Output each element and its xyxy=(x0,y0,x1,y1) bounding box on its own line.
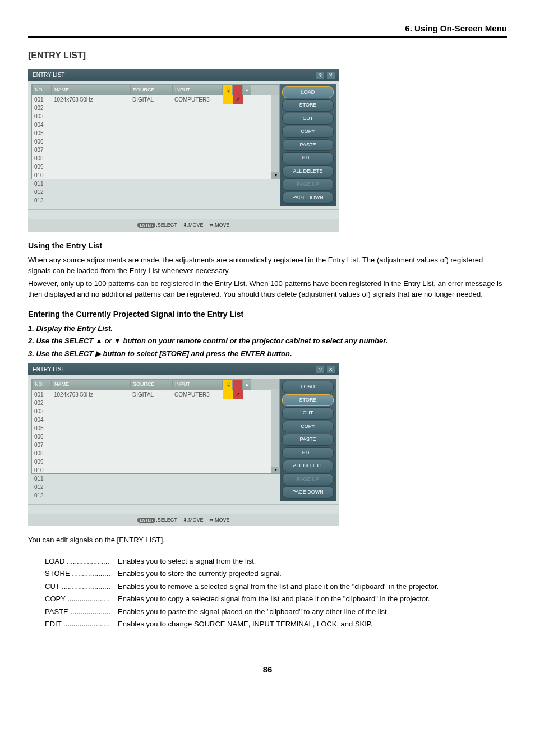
col-input: INPUT xyxy=(172,85,223,96)
table-header: NO. NAME SOURCE INPUT 🔒 ▴ xyxy=(32,379,279,390)
store-button[interactable]: STORE xyxy=(282,394,334,407)
body-text: When any source adjustments are made, th… xyxy=(28,255,507,276)
table-row[interactable]: 013 xyxy=(32,196,279,205)
col-no: NO. xyxy=(32,85,52,96)
col-name: NAME xyxy=(52,85,130,96)
entry-list-table: NO. NAME SOURCE INPUT 🔒 ▴ 001 1024x768 5… xyxy=(31,84,280,179)
table-row[interactable]: 011 xyxy=(32,179,279,188)
window-title: ENTRY LIST xyxy=(33,71,64,79)
titlebar-icons: ? ✕ xyxy=(315,365,335,374)
window-titlebar: ENTRY LIST ? ✕ xyxy=(28,69,339,81)
definition-row: PASTE .................... Enables you t… xyxy=(45,606,507,617)
body-text: However, only up to 100 patterns can be … xyxy=(28,278,507,300)
table-row[interactable]: 006 xyxy=(32,137,279,146)
table-row[interactable]: 010 xyxy=(32,466,279,474)
table-row[interactable]: 003 xyxy=(32,112,279,121)
table-row[interactable]: 009 xyxy=(32,163,279,171)
load-button[interactable]: LOAD xyxy=(282,86,334,99)
button-panel: LOAD STORE CUT COPY PASTE EDIT ALL DELET… xyxy=(280,379,336,501)
copy-button[interactable]: COPY xyxy=(282,126,334,138)
col-name: NAME xyxy=(52,379,130,390)
enter-key-label: ENTER xyxy=(137,518,155,523)
help-icon[interactable]: ? xyxy=(316,72,324,79)
window-title: ENTRY LIST xyxy=(33,365,64,374)
table-row[interactable]: 001 1024x768 50Hz DIGITAL COMPUTER3 ✓ xyxy=(32,390,279,399)
step-1: 1. Display the Entry List. xyxy=(28,323,507,334)
table-row[interactable]: 013 xyxy=(32,491,279,500)
page-down-button[interactable]: PAGE DOWN xyxy=(282,192,334,204)
table-row[interactable]: 006 xyxy=(32,432,279,441)
page-down-button[interactable]: PAGE DOWN xyxy=(282,486,334,499)
page-up-button[interactable]: PAGE UP xyxy=(282,178,334,191)
table-row[interactable]: 005 xyxy=(32,424,279,432)
cut-button[interactable]: CUT xyxy=(282,407,334,420)
store-button[interactable]: STORE xyxy=(282,99,334,112)
paste-button[interactable]: PASTE xyxy=(282,139,334,151)
lock-icon: 🔒 xyxy=(223,379,233,390)
table-row[interactable]: 012 xyxy=(32,483,279,491)
subsection-title: Using the Entry List xyxy=(28,240,507,252)
window-statusbar: ENTER:SELECT ⬍:MOVE ⬌:MOVE xyxy=(28,219,339,232)
help-icon[interactable]: ? xyxy=(316,366,324,373)
scrollbar[interactable]: ▾ xyxy=(271,95,279,179)
window-titlebar: ENTRY LIST ? ✕ xyxy=(28,363,339,375)
all-delete-button[interactable]: ALL DELETE xyxy=(282,460,334,472)
updown-icon: ⬍ xyxy=(183,517,187,523)
table-row[interactable]: 008 xyxy=(32,154,279,163)
scroll-up-icon[interactable]: ▴ xyxy=(243,85,251,96)
close-icon[interactable]: ✕ xyxy=(327,366,335,373)
lock-icon: 🔒 xyxy=(223,85,233,96)
table-row[interactable]: 003 xyxy=(32,407,279,416)
chapter-header: 6. Using On-Screen Menu xyxy=(28,22,507,38)
skip-icon xyxy=(233,379,243,390)
scrollbar[interactable]: ▾ xyxy=(271,389,279,473)
close-icon[interactable]: ✕ xyxy=(327,72,335,79)
scroll-up-icon[interactable]: ▴ xyxy=(243,379,251,390)
definition-row: STORE ................... Enables you to… xyxy=(45,568,507,579)
paste-button[interactable]: PASTE xyxy=(282,434,334,446)
table-row[interactable]: 010 xyxy=(32,171,279,179)
definition-row: CUT ........................ Enables you… xyxy=(45,581,507,592)
table-row[interactable]: 011 xyxy=(32,474,279,483)
table-row[interactable]: 008 xyxy=(32,449,279,458)
col-source: SOURCE xyxy=(130,379,172,390)
cut-button[interactable]: CUT xyxy=(282,113,334,125)
step-3: 3. Use the SELECT ▶ button to select [ST… xyxy=(28,348,507,359)
table-row[interactable]: 001 1024x768 50Hz DIGITAL COMPUTER3 ✓ xyxy=(32,95,279,104)
scroll-down-icon[interactable]: ▾ xyxy=(271,467,280,473)
step-2: 2. Use the SELECT ▲ or ▼ button on your … xyxy=(28,335,507,347)
section-title: [ENTRY LIST] xyxy=(28,49,507,62)
page-up-button[interactable]: PAGE UP xyxy=(282,473,334,486)
window-statusbar: ENTER:SELECT ⬍:MOVE ⬌:MOVE xyxy=(28,514,339,527)
enter-key-label: ENTER xyxy=(137,223,155,228)
definition-row: COPY ..................... Enables you t… xyxy=(45,593,507,605)
edit-button[interactable]: EDIT xyxy=(282,447,334,459)
table-row[interactable]: 007 xyxy=(32,146,279,154)
body-text: You can edit signals on the [ENTRY LIST]… xyxy=(28,534,507,546)
table-row[interactable]: 002 xyxy=(32,104,279,112)
table-row[interactable]: 002 xyxy=(32,399,279,407)
table-row[interactable]: 005 xyxy=(32,129,279,137)
leftright-icon: ⬌ xyxy=(209,222,214,228)
copy-button[interactable]: COPY xyxy=(282,421,334,433)
table-row[interactable]: 007 xyxy=(32,441,279,449)
all-delete-button[interactable]: ALL DELETE xyxy=(282,165,334,178)
entry-list-table: NO. NAME SOURCE INPUT 🔒 ▴ 001 1024x768 5… xyxy=(31,379,280,474)
table-header: NO. NAME SOURCE INPUT 🔒 ▴ xyxy=(32,85,279,96)
col-input: INPUT xyxy=(172,379,223,390)
col-source: SOURCE xyxy=(130,85,172,96)
table-row[interactable]: 009 xyxy=(32,458,279,466)
updown-icon: ⬍ xyxy=(183,222,187,228)
definition-row: LOAD ..................... Enables you t… xyxy=(45,556,507,567)
table-row[interactable]: 012 xyxy=(32,188,279,196)
col-no: NO. xyxy=(32,379,52,390)
scroll-down-icon[interactable]: ▾ xyxy=(271,172,280,179)
subsection-title: Entering the Currently Projected Signal … xyxy=(28,308,507,320)
titlebar-icons: ? ✕ xyxy=(315,71,335,79)
table-row[interactable]: 004 xyxy=(32,121,279,129)
leftright-icon: ⬌ xyxy=(209,517,214,523)
button-panel: LOAD STORE CUT COPY PASTE EDIT ALL DELET… xyxy=(280,84,336,206)
load-button[interactable]: LOAD xyxy=(282,381,334,393)
edit-button[interactable]: EDIT xyxy=(282,152,334,164)
table-row[interactable]: 004 xyxy=(32,416,279,424)
